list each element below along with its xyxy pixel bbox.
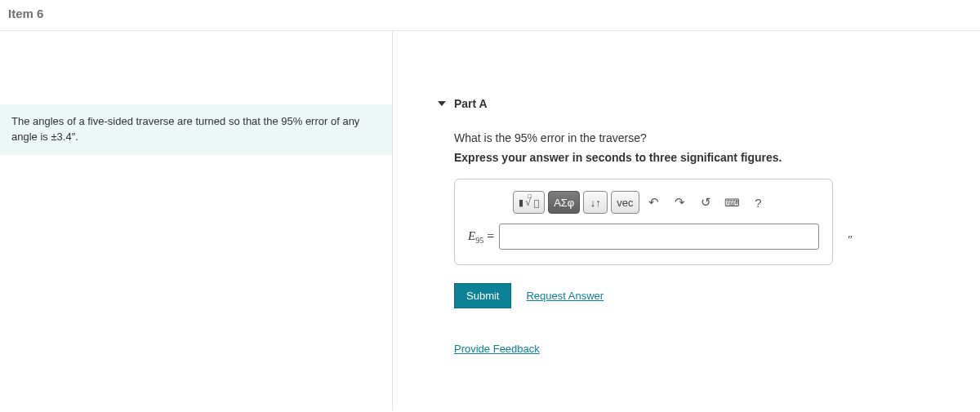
problem-tolerance: ±3.4″ <box>51 131 75 143</box>
equals-sign: = <box>487 229 494 244</box>
unit-seconds: ″ <box>848 234 853 247</box>
templates-button[interactable]: ▮ □ √ <box>513 191 545 214</box>
vec-button[interactable]: vec <box>611 191 639 214</box>
item-title: Item 6 <box>8 7 972 20</box>
left-pane: The angles of a five-sided traverse are … <box>0 31 393 410</box>
part-label: Part A <box>454 97 488 110</box>
keyboard-icon[interactable]: ⌨ <box>721 191 744 214</box>
right-pane: Part A What is the 95% error in the trav… <box>393 31 980 410</box>
submit-button[interactable]: Submit <box>454 283 511 308</box>
undo-icon[interactable]: ↶ <box>643 191 666 214</box>
greek-button[interactable]: ΑΣφ <box>548 191 580 214</box>
problem-statement: The angles of a five-sided traverse are … <box>0 104 392 155</box>
answer-instruction: Express your answer in seconds to three … <box>454 151 947 164</box>
answer-input[interactable] <box>499 224 819 250</box>
reset-icon[interactable]: ↺ <box>695 191 718 214</box>
variable-label: E95 <box>468 229 483 245</box>
part-a-header[interactable]: Part A <box>438 92 947 115</box>
request-answer-link[interactable]: Request Answer <box>526 290 604 302</box>
redo-icon[interactable]: ↷ <box>669 191 692 214</box>
subsup-button[interactable]: ↓↑ <box>583 191 608 214</box>
help-icon[interactable]: ? <box>747 191 770 214</box>
problem-text: The angles of a five-sided traverse are … <box>11 115 281 127</box>
question-text: What is the 95% error in the traverse? <box>454 131 947 144</box>
provide-feedback-link[interactable]: Provide Feedback <box>454 343 540 355</box>
page-header: Item 6 <box>0 0 980 31</box>
problem-percent: 95% <box>281 115 302 127</box>
problem-text: . <box>75 131 78 143</box>
answer-box: ▮ □ √ ΑΣφ ↓↑ vec ↶ ↷ <box>454 179 833 265</box>
caret-down-icon <box>438 101 446 106</box>
equation-toolbar: ▮ □ √ ΑΣφ ↓↑ vec ↶ ↷ <box>513 191 819 214</box>
